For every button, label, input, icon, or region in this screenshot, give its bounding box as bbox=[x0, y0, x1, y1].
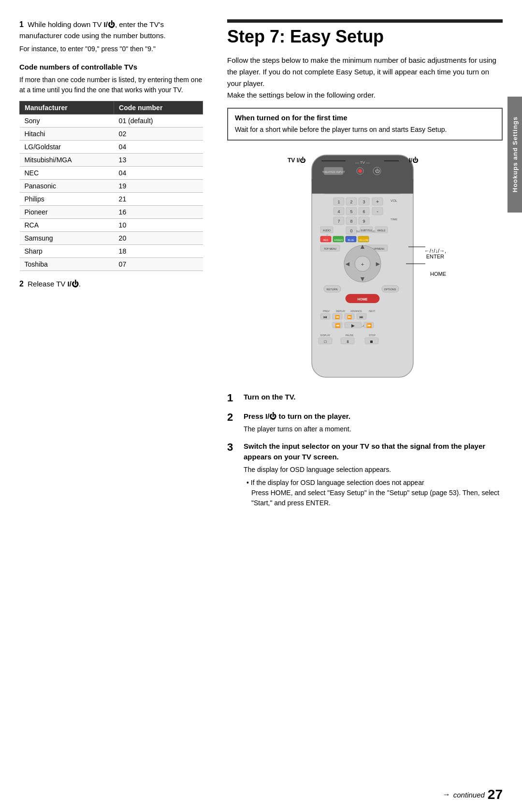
sidebar-label: Hookups and Settings bbox=[511, 116, 519, 192]
code-desc: If more than one code number is listed, … bbox=[19, 75, 203, 95]
right-step2: 2 Press I/⏻ to turn on the player. The p… bbox=[227, 411, 503, 434]
svg-text:NEXT: NEXT bbox=[369, 310, 375, 313]
table-row: Pioneer16 bbox=[20, 206, 203, 219]
svg-text:⏹: ⏹ bbox=[370, 340, 374, 344]
code-cell: 13 bbox=[114, 154, 203, 167]
manufacturer-cell: RCA bbox=[20, 219, 114, 232]
svg-text:ANGLE: ANGLE bbox=[377, 229, 386, 232]
col-code: Code number bbox=[114, 101, 203, 114]
right-step2-text: Press I/⏻ to turn on the player. bbox=[244, 412, 350, 420]
code-cell: 10 bbox=[114, 219, 203, 232]
remote-container: TV I/⏻ I/⏻ ←/↑/↓/→,ENTER HOME bbox=[227, 150, 503, 382]
svg-text:▲: ▲ bbox=[359, 242, 366, 250]
svg-text:□: □ bbox=[326, 233, 328, 236]
right-step1-text: Turn on the TV. bbox=[244, 393, 296, 401]
svg-text:HOME: HOME bbox=[358, 298, 368, 301]
svg-text:2: 2 bbox=[350, 199, 352, 204]
svg-text:STOP: STOP bbox=[369, 334, 376, 337]
svg-text:▶: ▶ bbox=[351, 323, 355, 328]
step2-num: 2 bbox=[19, 280, 24, 288]
svg-text:OPTIONS: OPTIONS bbox=[384, 288, 396, 291]
svg-text:THEATER INPUT: THEATER INPUT bbox=[322, 171, 345, 173]
svg-point-11 bbox=[358, 169, 362, 173]
svg-text:0: 0 bbox=[350, 228, 352, 233]
left-column: 1 While holding down TV I/⏻, enter the T… bbox=[19, 19, 218, 783]
page-container: Hookups and Settings 1 While holding dow… bbox=[0, 0, 522, 812]
code-cell: 07 bbox=[114, 258, 203, 271]
code-cell: 18 bbox=[114, 245, 203, 258]
code-cell: 04 bbox=[114, 167, 203, 180]
right-step2-sub: The player turns on after a moment. bbox=[244, 424, 503, 434]
svg-text:⏪: ⏪ bbox=[335, 323, 341, 328]
manufacturer-cell: Samsung bbox=[20, 232, 114, 245]
svg-text:⏪: ⏪ bbox=[335, 314, 340, 319]
svg-text:ADVANCE: ADVANCE bbox=[350, 310, 362, 313]
svg-text:9: 9 bbox=[362, 219, 365, 224]
page-footer: → continued 27 bbox=[443, 787, 503, 802]
table-row: Hitachi02 bbox=[20, 128, 203, 141]
svg-text:◄: ◄ bbox=[344, 260, 351, 268]
manufacturer-cell: Mitsubishi/MGA bbox=[20, 154, 114, 167]
svg-text:▼: ▼ bbox=[359, 275, 366, 283]
svg-text:⏸: ⏸ bbox=[346, 340, 349, 344]
code-cell: 02 bbox=[114, 128, 203, 141]
svg-text:7: 7 bbox=[337, 219, 340, 224]
code-cell: 19 bbox=[114, 180, 203, 193]
code-cell: 21 bbox=[114, 193, 203, 206]
table-row: Panasonic19 bbox=[20, 180, 203, 193]
manufacturer-cell: Sharp bbox=[20, 245, 114, 258]
manufacturer-cell: Panasonic bbox=[20, 180, 114, 193]
right-step1-num: 1 bbox=[227, 392, 241, 404]
svg-text:3: 3 bbox=[362, 199, 365, 204]
label-arrows: ←/↑/↓/→,ENTER bbox=[424, 248, 446, 259]
svg-text:YELLOW: YELLOW bbox=[359, 239, 369, 242]
section-header-bar bbox=[227, 19, 503, 23]
manufacturer-cell: Pioneer bbox=[20, 206, 114, 219]
right-step1-content: Turn on the TV. bbox=[244, 392, 503, 403]
svg-text:PREV: PREV bbox=[323, 310, 330, 313]
right-step3-bullet: • If the display for OSD language select… bbox=[244, 478, 503, 508]
manufacturer-cell: Hitachi bbox=[20, 128, 114, 141]
right-step3-text: Switch the input selector on your TV so … bbox=[244, 442, 485, 461]
svg-text:☐: ☐ bbox=[324, 340, 327, 343]
manufacturer-cell: Toshiba bbox=[20, 258, 114, 271]
callout-text: Wait for a short while before the player… bbox=[235, 125, 495, 135]
section-title: Step 7: Easy Setup bbox=[227, 27, 503, 47]
right-step3-content: Switch the input selector on your TV so … bbox=[244, 441, 503, 508]
code-title: Code numbers of controllable TVs bbox=[19, 63, 203, 71]
code-cell: 20 bbox=[114, 232, 203, 245]
svg-text:4: 4 bbox=[337, 209, 340, 214]
right-step2-num: 2 bbox=[227, 411, 241, 424]
table-row: NEC04 bbox=[20, 167, 203, 180]
label-power: I/⏻ bbox=[409, 157, 418, 164]
svg-text:DISPLAY: DISPLAY bbox=[320, 334, 331, 337]
main-content: 1 While holding down TV I/⏻, enter the T… bbox=[0, 0, 522, 812]
remote-wrapper: TV I/⏻ I/⏻ ←/↑/↓/→,ENTER HOME bbox=[283, 150, 447, 382]
svg-text:⏮: ⏮ bbox=[323, 315, 327, 319]
svg-text:REPLAY: REPLAY bbox=[336, 310, 346, 313]
svg-text:— TV —: — TV — bbox=[355, 160, 370, 165]
right-step3: 3 Switch the input selector on your TV s… bbox=[227, 441, 503, 508]
manufacturer-cell: LG/Goldstar bbox=[20, 141, 114, 154]
svg-text:TIME: TIME bbox=[391, 218, 397, 221]
svg-text:►: ► bbox=[375, 260, 381, 268]
col-manufacturer: Manufacturer bbox=[20, 101, 114, 114]
remote-svg: — TV — THEATER INPUT ⏻ bbox=[297, 150, 428, 382]
svg-text:AUDIO: AUDIO bbox=[323, 229, 331, 232]
svg-text:BLUE: BLUE bbox=[348, 239, 354, 242]
step2: 2 Release TV I/⏻. bbox=[19, 280, 203, 288]
svg-text:+: + bbox=[376, 199, 379, 204]
table-row: LG/Goldstar04 bbox=[20, 141, 203, 154]
tv-table-body: Sony01 (default)Hitachi02LG/Goldstar04Mi… bbox=[20, 114, 203, 271]
svg-text:RETURN: RETURN bbox=[327, 288, 338, 291]
svg-text:⏻: ⏻ bbox=[375, 169, 380, 173]
step1-note: For instance, to enter "09," press "0" t… bbox=[19, 44, 203, 54]
svg-text:TOP MENU: TOP MENU bbox=[324, 247, 337, 250]
svg-text:GREEN: GREEN bbox=[334, 239, 343, 242]
sidebar-tab: Hookups and Settings bbox=[508, 97, 522, 213]
svg-text:-: - bbox=[377, 208, 378, 214]
table-row: Mitsubishi/MGA13 bbox=[20, 154, 203, 167]
svg-text:5: 5 bbox=[350, 209, 352, 214]
manufacturer-cell: NEC bbox=[20, 167, 114, 180]
svg-text:6: 6 bbox=[362, 209, 365, 214]
